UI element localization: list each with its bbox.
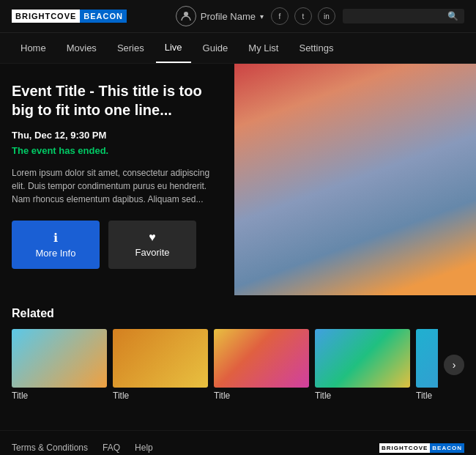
event-details: Event Title - This title is too big to f…	[0, 64, 234, 295]
card-thumbnail-1	[12, 329, 107, 388]
event-status: The event has ended.	[12, 145, 223, 156]
header: BRIGHTCOVE BEACON Profile Name ▾ f t in …	[0, 0, 476, 33]
nav-item-series[interactable]: Series	[108, 34, 153, 62]
info-icon: ℹ	[53, 231, 58, 245]
search-icon[interactable]: 🔍	[447, 11, 458, 21]
logo[interactable]: BRIGHTCOVE BEACON	[12, 10, 127, 23]
footer-logo-beacon: BEACON	[430, 443, 464, 453]
more-info-button[interactable]: ℹ More Info	[12, 221, 100, 269]
nav-item-live[interactable]: Live	[156, 33, 191, 63]
footer-links: Terms & Conditions FAQ Help	[12, 443, 153, 453]
card-title-3: Title	[214, 391, 309, 401]
scroll-next-button[interactable]: ›	[444, 355, 464, 375]
nav-item-mylist[interactable]: My List	[239, 34, 287, 62]
action-buttons: ℹ More Info ♥ Favorite	[12, 221, 223, 269]
svg-point-0	[184, 12, 188, 16]
list-item[interactable]: Title	[214, 329, 309, 401]
search-input[interactable]	[349, 11, 444, 21]
footer-content: Terms & Conditions FAQ Help BRIGHTCOVE B…	[0, 430, 476, 455]
twitter-icon[interactable]: t	[294, 7, 312, 25]
logo-brightcove-text: BRIGHTCOVE	[12, 10, 80, 23]
main-nav: Home Movies Series Live Guide My List Se…	[0, 33, 476, 64]
card-thumbnail-5	[416, 329, 438, 388]
list-item[interactable]: Title	[416, 329, 438, 401]
facebook-icon[interactable]: f	[271, 7, 289, 25]
card-title-1: Title	[12, 391, 107, 401]
related-scroll: Title Title Title Title Title	[12, 329, 438, 401]
footer: Terms & Conditions FAQ Help BRIGHTCOVE B…	[0, 430, 476, 455]
logo-beacon-text: BEACON	[80, 10, 127, 23]
favorite-label: Favorite	[135, 247, 170, 258]
profile-icon	[176, 6, 196, 26]
related-title: Related	[12, 307, 464, 320]
footer-help-link[interactable]: Help	[135, 443, 153, 453]
social-icons: f t in	[271, 7, 335, 25]
list-item[interactable]: Title	[113, 329, 208, 401]
list-item[interactable]: Title	[12, 329, 107, 401]
related-row: Title Title Title Title Title ›	[12, 329, 464, 401]
search-bar[interactable]: 🔍	[343, 9, 464, 23]
heart-icon: ♥	[149, 231, 156, 244]
card-title-4: Title	[315, 391, 410, 401]
instagram-icon[interactable]: in	[318, 7, 335, 25]
list-item[interactable]: Title	[315, 329, 410, 401]
nav-item-movies[interactable]: Movies	[58, 34, 105, 62]
card-title-5: Title	[416, 391, 438, 401]
card-thumbnail-4	[315, 329, 410, 388]
profile-dropdown-icon: ▾	[260, 12, 264, 21]
nav-item-guide[interactable]: Guide	[194, 34, 237, 62]
card-thumbnail-3	[214, 329, 309, 388]
favorite-button[interactable]: ♥ Favorite	[108, 221, 196, 269]
main-content: Event Title - This title is too big to f…	[0, 64, 476, 295]
related-section: Related Title Title Title Title Title	[0, 295, 476, 401]
nav-item-home[interactable]: Home	[12, 34, 55, 62]
footer-logo-brightcove: BRIGHTCOVE	[379, 443, 430, 453]
header-right: Profile Name ▾ f t in 🔍	[176, 6, 464, 26]
profile-name-label: Profile Name	[201, 11, 256, 22]
card-thumbnail-2	[113, 329, 208, 388]
event-description: Lorem ipsum dolor sit amet, consectetur …	[12, 166, 223, 206]
profile-area[interactable]: Profile Name ▾	[176, 6, 264, 26]
footer-faq-link[interactable]: FAQ	[103, 443, 120, 453]
footer-logo: BRIGHTCOVE BEACON	[379, 443, 464, 453]
nav-item-settings[interactable]: Settings	[290, 34, 342, 62]
card-title-2: Title	[113, 391, 208, 401]
hero-image	[234, 64, 476, 295]
event-date: Thu, Dec 12, 9:30 PM	[12, 130, 223, 141]
more-info-label: More Info	[36, 248, 76, 259]
footer-terms-link[interactable]: Terms & Conditions	[12, 443, 88, 453]
hero-image-bg	[234, 64, 476, 295]
event-title: Event Title - This title is too big to f…	[12, 81, 223, 119]
